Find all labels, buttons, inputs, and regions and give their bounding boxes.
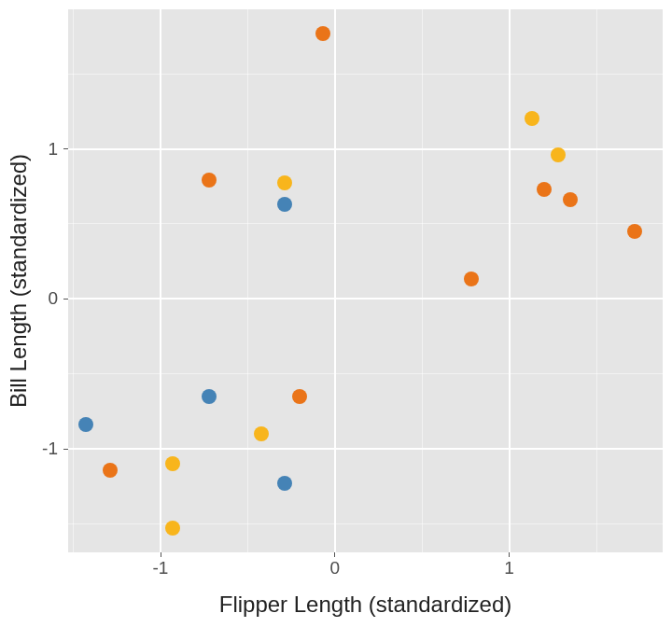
y-gridline [68, 223, 663, 224]
x-tick-label: 1 [504, 558, 514, 578]
data-point [551, 147, 566, 162]
data-point [563, 192, 578, 207]
data-point [277, 476, 292, 491]
y-gridline [68, 148, 663, 150]
x-tick-label: -1 [153, 558, 169, 578]
data-point [165, 456, 180, 471]
y-tick [63, 299, 68, 300]
data-point [165, 521, 180, 536]
data-point [464, 272, 479, 286]
y-gridline [68, 448, 663, 450]
data-point [292, 389, 307, 404]
y-gridline [68, 523, 663, 524]
x-gridline [334, 9, 336, 552]
x-tick [334, 552, 335, 557]
x-gridline [422, 9, 423, 552]
x-tick [161, 552, 161, 557]
x-gridline [247, 9, 248, 552]
y-tick [63, 148, 68, 149]
data-point [103, 463, 118, 478]
data-point [315, 26, 330, 41]
data-point [525, 111, 539, 126]
x-tick-label: 0 [330, 558, 341, 578]
data-point [202, 173, 217, 188]
y-gridline [68, 298, 663, 300]
data-point [78, 417, 93, 432]
scatter-chart: Flipper Length (standardized) Bill Lengt… [0, 0, 672, 627]
data-point [277, 197, 292, 212]
data-point [202, 389, 217, 404]
data-point [627, 224, 642, 239]
x-gridline [73, 9, 74, 552]
x-gridline [509, 9, 511, 552]
x-gridline [596, 9, 597, 552]
data-point [277, 175, 292, 190]
y-axis-title: Bill Length (standardized) [6, 154, 32, 408]
y-gridline [68, 373, 663, 374]
y-tick-label: -1 [42, 439, 58, 459]
x-axis-title: Flipper Length (standardized) [219, 592, 512, 618]
y-tick [63, 449, 68, 450]
x-gridline [160, 9, 161, 552]
data-point [254, 426, 269, 441]
plot-panel [68, 9, 663, 552]
x-tick [509, 552, 510, 557]
y-tick-label: 1 [48, 139, 58, 160]
y-tick-label: 0 [48, 288, 58, 309]
data-point [537, 182, 552, 197]
y-gridline [68, 74, 663, 75]
